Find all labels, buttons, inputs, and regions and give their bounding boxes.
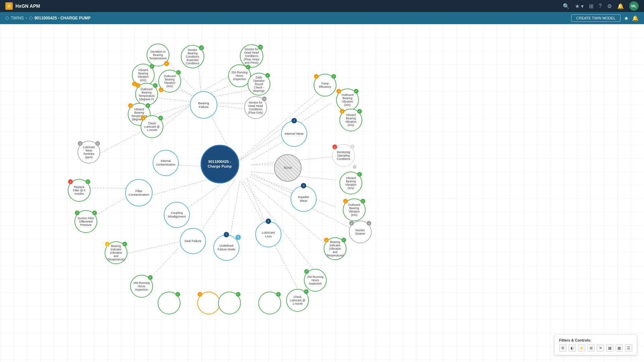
node-suction-filter[interactable]: ✓ ✓ Suction Filter Differential Pressure [74,210,97,233]
lubricant-info-icon: i [266,219,271,224]
filter-btn-bolt[interactable]: ⚡ [578,344,585,352]
node-replace-filter[interactable]: ✓ ● Replace Filter @ 6 months [68,179,91,202]
filter-contamination-label: Filter Contamination [128,189,149,197]
center-node[interactable]: 9011000425 - Charge Pump [200,145,240,183]
node-outboard-vib-1[interactable]: ✓ ● Outboard Bearing Vibration (in/s) [158,70,181,93]
filters-label: Filters & Controls: [559,338,632,342]
inboard-vib-label-3: Inboard Bearing Vibration (in/s) [342,176,359,190]
check-lub-check-1: ✓ [158,116,163,120]
node-monitor-bearing-expected[interactable]: ✓ Monitor Bearing Conditions Expected Co… [181,45,204,68]
filter-btn-list[interactable]: ☰ [625,344,632,352]
favorite-nav-icon[interactable]: ★ [624,15,629,21]
node-lubricant-wear[interactable]: ● ⊙ Lubricant Wear Particles (ppm) [77,141,100,164]
suction-filter-green-l: ✓ [75,210,79,215]
impeller-info-icon: i [301,183,306,188]
bottom4-check: ✓ [276,292,281,297]
notifications-icon[interactable]: 🔔 [617,3,624,9]
settings-icon[interactable]: ⚙ [607,3,612,9]
dead-head-check: ✓ [258,45,263,50]
star-icon[interactable]: ★ ▾ [575,3,584,9]
monitoring-red: ● [332,144,337,149]
outboard-temp-orange: ● [136,83,140,88]
node-inboard-vib-3[interactable]: ✓ Inboard Bearing Vibration (in/s) [339,172,362,194]
inboard-vib-check-1: ✓ [150,64,154,69]
node-outboard-vib-3[interactable]: ✓ ● Outboard Bearing Vibration (in/s) [343,198,366,221]
node-pump-efficiency[interactable]: ✓ ● Pump Efficiency [314,74,336,97]
outboard-vib-orange-1: ● [159,87,163,92]
node-internal-contamination[interactable]: Internal Contamination [153,150,179,176]
node-monitor-dead-head-flow[interactable]: ⊙ Monitor for Dead Head Conditions (Flow… [244,96,267,119]
undefined-failure-label: Undefined Failure Mode [217,244,236,251]
app-name: HxGN APM [15,3,40,9]
node-filter-contamination[interactable]: Filter Contamination [125,179,153,206]
monitoring-operating-label: Monitoring Operating Conditions [335,150,352,161]
center-node-label: 9011000425 - Charge Pump [206,160,234,168]
inboard-vib-label-2: Inboard Bearing Vibration (in/s) [342,113,359,127]
help-icon[interactable]: ? [599,3,602,9]
outboard-temp-check: ✓ [153,83,158,88]
outboard-vib-orange-3: ● [343,199,348,203]
node-check-lubricant-1[interactable]: ✓ ● Check Lubricant @ 1 month [141,115,163,138]
seal-failure-label: Seal Failure [184,239,202,243]
filter-btn-grid2[interactable]: ▦ [615,344,623,352]
node-seal-failure[interactable]: Seal Failure [180,228,206,254]
node-bearing-indicator-1[interactable]: ✓ ● Bearing Indicator (Vibration and Tem… [105,241,127,264]
node-250-hours-2[interactable]: ✓ 250 Running Hours Inspection [130,275,153,298]
breadcrumb-twins[interactable]: TWINS [11,16,24,20]
filter-btn-half[interactable]: ◐ [569,344,576,352]
filter-btn-cross[interactable]: ✕ [597,344,604,352]
250-check-1: ✓ [246,65,251,69]
suction-filter-label: Suction Filter Differential Pressure [77,217,94,227]
node-250-hours-3[interactable]: ✓ 250 Running Hours Inspection [304,269,327,292]
pump-eff-orange: ● [314,74,319,79]
node-inboard-vib-2[interactable]: ✓ ● Inboard Bearing Vibration (in/s) [339,109,362,131]
node-bottom-4[interactable]: ✓ [258,292,281,314]
replace-filter-check: ✓ [86,179,90,184]
impeller-wear-label: Impeller Wear [294,195,313,203]
filter-btn-gear[interactable]: ⚙ [559,344,567,352]
user-avatar[interactable]: ML [629,1,639,11]
outboard-vib-label-1: Outboard Bearing Vibration (in/s) [161,74,178,88]
dead-head-full-label: Monitor for Dead Head Conditions (Flow, … [243,48,260,64]
250-hours-label-1: 250 Running Hours Inspection [231,71,248,81]
outboard-vib-check-1: ✓ [176,70,181,75]
node-undefined-failure[interactable]: i 3 Undefined Failure Mode [213,235,239,261]
outboard-vib-orange-2: ● [336,89,341,94]
node-monitoring-operating[interactable]: ● ● Monitoring Operating Conditions ⚙ [332,144,355,167]
node-daily-operator[interactable]: ✓ Daily Operator Round Check - Bearings [248,73,270,96]
suction-filter-check: ✓ [92,210,97,215]
filter-btn-grid1[interactable]: ▦ [606,344,613,352]
node-lubricant-loss[interactable]: i Lubricant Loss [255,221,281,247]
filter-btn-expand[interactable]: ⊞ [587,344,595,352]
node-outboard-vib-2[interactable]: ✓ ● Outboard Bearing Vibration (in/s) [336,88,359,111]
search-icon[interactable]: 🔍 [563,3,570,9]
create-twin-button[interactable]: CREATE TWIN MODEL [571,14,621,22]
node-outboard-temp[interactable]: ✓ ● Outboard Bearing Temperature (degree… [135,83,158,106]
apps-icon[interactable]: ⊞ [589,3,593,9]
inboard-temp-orange: ● [128,103,133,108]
internal-wear-info-icon: i [291,118,297,123]
node-impeller-wear[interactable]: i Impeller Wear [290,186,317,212]
node-check-lubricant-2[interactable]: ✓ Check Lubricant @ 1 month [286,289,309,312]
node-bottom-1[interactable]: ✓ [158,292,180,314]
node-internal-wear[interactable]: i Internal Wear [281,121,307,147]
node-none[interactable]: None [274,154,302,182]
pump-efficiency-label: Pump Efficiency [317,82,333,88]
main-canvas: .conn-line { stroke: #aaa; stroke-width:… [0,24,644,362]
node-monitor-strainer[interactable]: ● ● Monitor Strainer [349,221,372,243]
node-bearing-indicator-2[interactable]: ✓ ● Bearing Indicator (Vibration and Tem… [324,237,346,260]
deviation-bearing-label: Deviation in Bearing Temperatures [149,50,167,60]
inboard-vib-check-3: ✓ [357,172,362,177]
lubricant-wear-label: Lubricant Wear Particles (ppm) [80,145,97,159]
monitoring-gray: ● [350,144,355,149]
250-hours-label-2: 250 Running Hours Inspection [133,281,150,291]
node-bearing-failure[interactable]: Bearing Failure [190,91,217,119]
bell-nav-icon[interactable]: 🔔 [632,15,639,21]
node-bottom-2[interactable]: ● [197,292,220,314]
250-hours-label-3: 250 Running Hours Inspection [307,275,324,285]
dead-head-flow-badge: ⊙ [262,96,267,102]
node-deviation-bearing[interactable]: ● Deviation in Bearing Temperatures [147,44,169,66]
250-check-3: ✓ [304,269,309,274]
node-coupling-misalignment[interactable]: Coupling Misalignment [164,202,190,228]
node-bottom-3[interactable]: ✓ [218,292,241,314]
